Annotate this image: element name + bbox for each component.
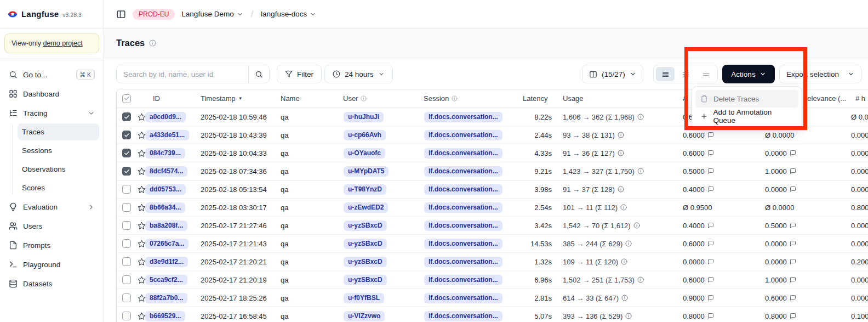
trace-id-badge[interactable]: d3e9d1f2...	[145, 257, 188, 267]
comment-bubble-icon[interactable]	[790, 222, 796, 229]
session-id-badge[interactable]: lf.docs.conversation...	[424, 202, 502, 213]
menu-item-delete-traces[interactable]: Delete Traces	[695, 90, 798, 108]
header-latency[interactable]: Latency	[523, 89, 548, 108]
header-count-truncated[interactable]: # h	[855, 89, 865, 108]
comment-bubble-icon[interactable]	[707, 222, 714, 229]
bookmark-star-icon[interactable]	[138, 235, 146, 252]
info-icon[interactable]	[637, 168, 644, 174]
table-row[interactable]: ba8a208f... 2025-02-17 21:27:46 qa u-yzS…	[117, 217, 868, 235]
session-id-badge[interactable]: lf.docs.conversation...	[424, 166, 502, 177]
table-row[interactable]: dd05753... 2025-02-18 05:13:54 qa u-T98Y…	[117, 180, 868, 199]
bookmark-star-icon[interactable]	[138, 253, 146, 270]
info-icon[interactable]	[620, 204, 627, 211]
session-id-badge[interactable]: lf.docs.conversation...	[424, 148, 502, 159]
info-icon[interactable]	[621, 295, 628, 301]
header-usage[interactable]: Usage	[563, 89, 584, 108]
header-score-truncated[interactable]: #	[683, 89, 687, 108]
search-submit-button[interactable]	[248, 65, 269, 83]
trace-id-badge[interactable]: 8dcf4574...	[145, 166, 187, 177]
bookmark-star-icon[interactable]	[138, 289, 146, 307]
demo-project-link[interactable]: demo project	[43, 39, 82, 47]
table-row[interactable]: 5cca9cf2... 2025-02-17 21:20:19 qa u-yzS…	[117, 271, 868, 289]
comment-bubble-icon[interactable]	[790, 313, 796, 319]
trace-id-badge[interactable]: 5cca9cf2...	[145, 275, 187, 285]
user-id-badge[interactable]: u-MYpDAT5	[344, 166, 389, 177]
trace-id-badge[interactable]: a0cd0d9...	[145, 112, 186, 122]
table-row[interactable]: 8dcf4574... 2025-02-18 07:34:36 qa u-MYp…	[117, 162, 868, 180]
search-input[interactable]: Search by id, name, user id	[116, 65, 270, 83]
comment-bubble-icon[interactable]	[790, 295, 796, 301]
user-id-badge[interactable]: u-VIZzvwo	[344, 311, 385, 321]
sidebar-item-dashboard[interactable]: Dashboard	[4, 85, 99, 103]
session-id-badge[interactable]: lf.docs.conversation...	[424, 221, 502, 231]
comment-bubble-icon[interactable]	[707, 295, 714, 301]
column-visibility-button[interactable]: (15/27)	[582, 65, 643, 83]
select-all-checkbox[interactable]	[122, 94, 131, 103]
session-id-badge[interactable]: lf.docs.conversation...	[424, 239, 502, 249]
info-icon[interactable]	[618, 132, 624, 138]
sidebar-item-users[interactable]: Users	[4, 217, 99, 235]
sidebar-item-prompts[interactable]: Prompts	[4, 236, 99, 254]
comment-bubble-icon[interactable]	[707, 150, 714, 156]
row-checkbox[interactable]	[122, 239, 131, 248]
user-id-badge[interactable]: u-f0YfBSL	[344, 293, 384, 303]
table-row[interactable]: 8b66a34... 2025-02-18 03:30:17 qa u-zEwd…	[117, 199, 868, 217]
goto-search[interactable]: Go to... ⌘ K	[4, 66, 99, 83]
comment-bubble-icon[interactable]	[790, 168, 796, 174]
user-id-badge[interactable]: u-yzSBxcD	[344, 221, 387, 231]
session-id-badge[interactable]: lf.docs.conversation...	[424, 293, 502, 303]
time-range-button[interactable]: 24 hours	[324, 65, 393, 83]
session-id-badge[interactable]: lf.docs.conversation...	[424, 257, 502, 267]
info-icon[interactable]	[621, 258, 627, 265]
session-id-badge[interactable]: lf.docs.conversation...	[424, 311, 502, 321]
comment-bubble-icon[interactable]	[707, 132, 714, 138]
session-id-badge[interactable]: lf.docs.conversation...	[424, 130, 502, 140]
comment-bubble-icon[interactable]	[790, 258, 796, 265]
sidebar-item-observations[interactable]: Observations	[18, 161, 99, 178]
header-relevance[interactable]: relevance (...	[805, 89, 846, 108]
session-id-badge[interactable]: lf.docs.conversation...	[424, 275, 502, 285]
user-id-badge[interactable]: u-OYauofc	[344, 148, 385, 159]
row-checkbox[interactable]	[122, 131, 131, 139]
trace-id-badge[interactable]: ba8a208f...	[145, 221, 187, 231]
project-switcher[interactable]: langfuse-docs	[261, 10, 316, 18]
user-id-badge[interactable]: u-yzSBxcD	[344, 275, 387, 285]
row-checkbox[interactable]	[122, 275, 131, 284]
info-icon[interactable]	[618, 150, 624, 156]
row-checkbox[interactable]	[122, 167, 131, 176]
info-icon[interactable]	[618, 186, 624, 193]
row-checkbox[interactable]	[122, 221, 131, 230]
panel-toggle-icon[interactable]	[116, 9, 126, 19]
table-row[interactable]: 084c739... 2025-02-18 10:04:33 qa u-OYau…	[117, 144, 868, 162]
comment-bubble-icon[interactable]	[790, 186, 796, 193]
table-row[interactable]: d3e9d1f2... 2025-02-17 21:20:21 qa u-yzS…	[117, 253, 868, 271]
bookmark-star-icon[interactable]	[138, 144, 146, 162]
trace-id-badge[interactable]: 88f2a7b0...	[145, 293, 187, 303]
comment-bubble-icon[interactable]	[790, 276, 796, 283]
info-icon[interactable]	[633, 222, 640, 229]
info-icon[interactable]	[625, 240, 632, 247]
sidebar-item-datasets[interactable]: Datasets	[4, 275, 99, 292]
sidebar-item-tracing[interactable]: Tracing	[4, 104, 99, 122]
info-icon[interactable]	[625, 313, 632, 319]
bookmark-star-icon[interactable]	[138, 271, 146, 289]
sidebar-item-evaluation[interactable]: Evaluation	[4, 198, 99, 216]
trace-id-badge[interactable]: a433de51...	[145, 130, 189, 140]
comment-bubble-icon[interactable]	[707, 313, 714, 319]
menu-item-add-to-annotation-queue[interactable]: Add to Annotation Queue	[695, 108, 798, 125]
bookmark-star-icon[interactable]	[138, 162, 146, 180]
comment-bubble-icon[interactable]	[707, 258, 714, 265]
sidebar-item-traces[interactable]: Traces	[18, 123, 99, 140]
filter-button[interactable]: Filter	[277, 65, 322, 83]
sidebar-item-sessions[interactable]: Sessions	[18, 142, 99, 159]
header-id[interactable]: ID	[153, 89, 160, 108]
row-checkbox[interactable]	[122, 312, 131, 320]
user-id-badge[interactable]: u-yzSBxcD	[344, 257, 387, 267]
row-checkbox[interactable]	[122, 112, 131, 121]
row-checkbox[interactable]	[122, 293, 131, 302]
bookmark-star-icon[interactable]	[138, 108, 146, 126]
bookmark-star-icon[interactable]	[138, 126, 146, 144]
info-icon[interactable]	[637, 114, 644, 120]
user-id-badge[interactable]: u-T98YnzD	[344, 184, 386, 195]
export-selection-button[interactable]: Export selection	[779, 65, 861, 83]
